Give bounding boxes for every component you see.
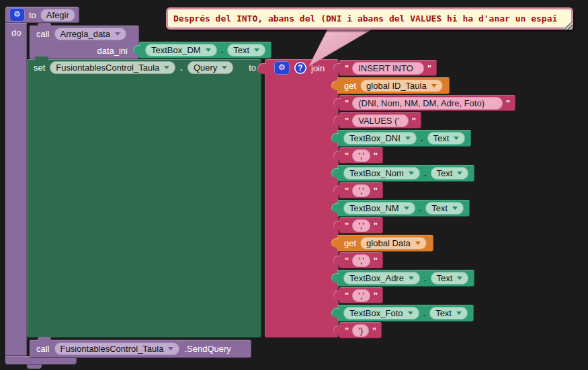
property-dropdown[interactable]: Text: [227, 44, 265, 57]
join-block-body[interactable]: ⚙ ? join: [265, 59, 339, 338]
open-quote: ": [345, 326, 349, 336]
dropdown-arrow-icon: [408, 311, 413, 315]
component-dropdown-label: TextBox_DM: [151, 45, 201, 55]
get-variable-block[interactable]: get global Data: [337, 235, 433, 252]
variable-dropdown[interactable]: global Data: [360, 237, 427, 250]
component-dropdown[interactable]: TextBox_DNI: [343, 132, 417, 145]
component-dropdown[interactable]: TextBox_NM: [343, 202, 415, 215]
string-field[interactable]: '): [352, 324, 369, 337]
string-field[interactable]: (DNI, Nom, NM, DM, Adre, Foto): [352, 97, 503, 110]
procedure-name-field[interactable]: Afegir: [40, 9, 75, 22]
component-dropdown[interactable]: TextBox_Foto: [343, 307, 419, 320]
plug-tab: [333, 256, 341, 265]
procedure-name: Afegir: [46, 10, 69, 20]
text-string-block[interactable]: " ',' ": [339, 217, 383, 233]
dropdown-arrow-icon: [415, 242, 421, 245]
dot-separator: .: [180, 63, 183, 73]
variable-dropdown[interactable]: global ID_Taula: [360, 79, 443, 92]
comment-text[interactable]: Després del INTO, abans del (DNI i abans…: [168, 13, 562, 24]
method-label: .SendQuery: [184, 344, 230, 354]
property-dropdown[interactable]: Text: [431, 272, 469, 285]
dot-separator: .: [221, 45, 224, 55]
text-string-block[interactable]: " ',' ": [339, 287, 383, 303]
procedure-block-header[interactable]: ⚙ to Afegir: [5, 7, 79, 23]
dropdown-arrow-icon: [409, 172, 414, 175]
set-query-block[interactable]: set FusiontablesControl_Taula . Query to: [27, 59, 261, 338]
string-field[interactable]: ',': [352, 149, 370, 162]
property-dropdown[interactable]: Text: [429, 307, 468, 320]
plug-tab: [133, 45, 140, 54]
call-arregla-data-block[interactable]: call Arregla_data data_ini: [30, 26, 139, 59]
property-dropdown-label: Text: [431, 203, 448, 213]
textbox-dm-text-block[interactable]: TextBox_DM . Text: [139, 42, 271, 59]
text-string-block[interactable]: " (DNI, Nom, NM, DM, Adre, Foto) ": [339, 95, 515, 111]
variable-dropdown-label: global Data: [366, 238, 411, 248]
string-field[interactable]: ',': [352, 254, 370, 267]
component-dropdown[interactable]: TextBox_Adre: [343, 272, 420, 285]
join-plug-tab: [257, 63, 266, 74]
close-quote: ": [506, 98, 510, 108]
string-field[interactable]: ',': [352, 219, 370, 232]
plug-tab: [331, 238, 339, 248]
component-dropdown[interactable]: FusiontablesControl_Taula: [54, 342, 180, 355]
dropdown-arrow-icon: [405, 137, 411, 140]
close-quote: ": [412, 116, 416, 126]
plug-tab: [331, 308, 339, 318]
procedure-dropdown-label: Arregla_data: [60, 29, 110, 39]
mutator-gear-icon[interactable]: ⚙: [9, 8, 25, 22]
text-string-block[interactable]: " ',' ": [339, 147, 383, 163]
component-property-block[interactable]: TextBox_Adre . Text: [337, 270, 474, 287]
mutator-gear-icon[interactable]: ⚙: [274, 61, 290, 75]
plug-tab: [331, 133, 339, 143]
dot-separator: .: [421, 133, 423, 143]
component-property-block[interactable]: TextBox_NM . Text: [337, 200, 470, 217]
component-dropdown[interactable]: TextBox_Nom: [343, 167, 420, 180]
get-variable-block[interactable]: get global ID_Taula: [337, 77, 450, 94]
keyword-do: do: [11, 28, 21, 38]
property-dropdown[interactable]: Query: [187, 61, 233, 74]
procedure-block-spine[interactable]: do: [5, 23, 27, 356]
text-string-block[interactable]: " ') ": [339, 322, 382, 338]
component-dropdown[interactable]: FusiontablesControl_Taula: [50, 61, 175, 74]
close-quote: ": [374, 291, 378, 301]
property-dropdown-label: Text: [437, 273, 453, 283]
text-string-block[interactable]: " ',' ": [339, 182, 383, 198]
open-quote: ": [345, 186, 349, 196]
string-field[interactable]: ',': [352, 289, 370, 302]
dropdown-arrow-icon: [457, 172, 462, 175]
text-string-block[interactable]: " ',' ": [339, 252, 383, 268]
property-dropdown[interactable]: Text: [431, 167, 469, 180]
property-dropdown[interactable]: Text: [427, 132, 466, 145]
call-arregla-header: call Arregla_data: [36, 28, 126, 40]
component-dropdown-label: TextBox_Foto: [349, 308, 403, 318]
component-dropdown[interactable]: TextBox_DM: [145, 44, 217, 57]
component-dropdown-label: TextBox_DNI: [349, 133, 401, 143]
property-dropdown[interactable]: Text: [425, 202, 464, 215]
dropdown-arrow-icon: [409, 276, 414, 280]
close-quote: ": [427, 63, 431, 73]
component-dropdown-label: FusiontablesControl_Taula: [60, 344, 164, 354]
text-string-block[interactable]: " VALUES (' ": [339, 112, 421, 128]
open-quote: ": [345, 221, 349, 231]
plug-tab: [333, 326, 341, 335]
variable-dropdown-label: global ID_Taula: [366, 81, 427, 91]
dropdown-arrow-icon: [431, 84, 437, 87]
string-field[interactable]: VALUES (': [352, 114, 409, 127]
component-property-block[interactable]: TextBox_Foto . Text: [337, 305, 474, 322]
component-property-block[interactable]: TextBox_DNI . Text: [337, 130, 471, 147]
dropdown-arrow-icon: [454, 137, 459, 140]
send-query-block[interactable]: call FusiontablesControl_Taula .SendQuer…: [30, 340, 251, 358]
blocks-workspace[interactable]: ⚙ to Afegir do call Arregla_data data_in…: [0, 0, 588, 370]
component-dropdown-label: FusiontablesControl_Taula: [56, 63, 159, 73]
string-field[interactable]: ',': [352, 184, 370, 197]
procedure-dropdown[interactable]: Arregla_data: [54, 28, 126, 40]
open-quote: ": [345, 291, 349, 301]
component-property-block[interactable]: TextBox_Nom . Text: [337, 165, 474, 182]
procedure-next-connector: [27, 365, 42, 369]
plug-tab: [333, 186, 341, 195]
plug-tab: [331, 81, 339, 90]
comment-bubble[interactable]: Després del INTO, abans del (DNI i abans…: [166, 7, 573, 30]
open-quote: ": [345, 151, 349, 161]
keyword-get: get: [344, 238, 356, 248]
close-quote: ": [374, 186, 378, 196]
